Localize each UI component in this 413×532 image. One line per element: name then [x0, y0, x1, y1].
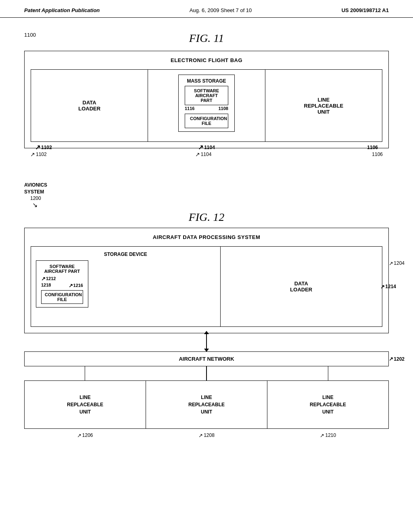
- fig11-mass-storage-ref: 1104: [204, 145, 215, 150]
- avionics-ref-block: 1200: [30, 195, 389, 201]
- fig11-config-inner-box: CONFIGURATION FILE: [185, 114, 228, 128]
- main-content: 1100 FIG. 11 ELECTRONIC FLIGHT BAG DATA …: [0, 18, 413, 451]
- fig12-network-ref: 1202: [394, 356, 405, 362]
- header-publication-label: Patent Application Publication: [24, 7, 100, 13]
- avionics-ref-num: 1200: [30, 195, 41, 201]
- lru-ref-1208-block: ↗ 1208: [146, 431, 267, 438]
- fig11-mass-storage-box: MASS STORAGE SOFTWARE AIRCRAFT PART 1116…: [178, 75, 235, 132]
- lru-ref-1206: 1206: [82, 432, 93, 438]
- fig12-ref-1216: 1216: [73, 283, 83, 288]
- arrow-connector: [24, 333, 389, 351]
- fig12-data-loader-cell: DATA LOADER ↗ 1214: [221, 246, 382, 327]
- fig12-data-loader-ref-block: ↗ 1214: [380, 283, 396, 289]
- fig11-inner-layout: DATA LOADER ↗ 1102 MASS STORAGE SOFTWARE…: [31, 69, 382, 142]
- fig11-lru-ref: 1106: [367, 145, 378, 150]
- fig12-storage-device-title: STORAGE DEVICE: [36, 251, 215, 257]
- fig12-ref-1212: 1212: [46, 276, 56, 281]
- fig11-lru-label: LINE REPLACEABLE UNIT: [304, 97, 344, 115]
- lru-cell-1206: LINE REPLACEABLE UNIT: [24, 380, 146, 429]
- fig11-lru-cell: LINE REPLACEABLE UNIT 1106: [265, 69, 382, 142]
- fig11-config-label: CONFIGURATION FILE: [190, 116, 227, 126]
- fig11-ref-1102-label: 1102: [36, 152, 47, 157]
- fig12-config-inner-box: CONFIGURATIONFILE: [41, 290, 83, 304]
- lru-cell-1208: LINE REPLACEABLE UNIT: [146, 380, 267, 429]
- fig11-ref-1108: 1108: [219, 106, 228, 111]
- fig12-storage-inner-box: SOFTWAREAIRCRAFT PART ↗ 1212 1218 ↗: [36, 260, 88, 308]
- fig12-network-ref-block: ↗ 1202: [389, 356, 405, 362]
- fig11-mass-storage-title: MASS STORAGE: [185, 78, 228, 84]
- lru-label-1206: LINE REPLACEABLE UNIT: [67, 394, 103, 416]
- fig12-data-loader-label: DATA LOADER: [290, 281, 312, 293]
- avionics-label-block: AVIONICSSYSTEM 1200 ↘: [24, 182, 389, 209]
- fig12-container: AVIONICSSYSTEM 1200 ↘ FIG. 12 AIRCRAFT D…: [24, 182, 389, 438]
- header-patent-number: US 2009/198712 A1: [342, 7, 389, 13]
- fig11-title: FIG. 11: [24, 32, 389, 45]
- fig11-outer-title: ELECTRONIC FLIGHT BAG: [31, 57, 382, 63]
- lru-label-1208: LINE REPLACEABLE UNIT: [188, 394, 225, 416]
- fig12-storage-device-cell: STORAGE DEVICE SOFTWAREAIRCRAFT PART ↗ 1…: [31, 246, 221, 327]
- fig11-ref-num: 1100: [24, 32, 36, 38]
- fig11-software-label: SOFTWARE AIRCRAFT PART: [194, 88, 219, 103]
- lru-bottom-refs: ↗ 1206 ↗ 1208 ↗ 1210: [24, 431, 389, 438]
- fig11-outer-box: ELECTRONIC FLIGHT BAG DATA LOADER ↗ 1102…: [24, 51, 389, 148]
- lru-label-1210: LINE REPLACEABLE UNIT: [310, 394, 346, 416]
- fig11-software-inner-box: SOFTWARE AIRCRAFT PART: [185, 86, 228, 105]
- lru-layout: LINE REPLACEABLE UNIT LINE REPLACEABLE U…: [24, 380, 389, 429]
- fig11-ref-1116: 1116: [185, 106, 194, 111]
- lru-cell-1210: LINE REPLACEABLE UNIT: [267, 380, 389, 429]
- vertical-arrow-line: [206, 333, 207, 349]
- fig11-ref-1106-label: 1106: [372, 152, 383, 157]
- page-header: Patent Application Publication Aug. 6, 2…: [0, 0, 413, 18]
- fig11-section: 1100 FIG. 11 ELECTRONIC FLIGHT BAG DATA …: [24, 32, 389, 158]
- network-label: AIRCRAFT NETWORK: [179, 356, 234, 362]
- lru-ref-1210: 1210: [325, 432, 336, 438]
- fig12-ref-1204: 1204: [394, 260, 405, 266]
- fig12-ref-1212-block: ↗ 1212: [41, 276, 56, 282]
- network-box: AIRCRAFT NETWORK ↗ 1202: [24, 351, 389, 366]
- fig12-config-label: CONFIGURATIONFILE: [45, 292, 82, 302]
- fig12-ref-1218: 1218: [41, 283, 51, 289]
- fig12-outer-title: AIRCRAFT DATA PROCESSING SYSTEM: [31, 234, 382, 240]
- fig11-bottom-refs: ↗ 1102 ↗ 1104 1106: [24, 150, 389, 158]
- fig12-data-loader-ref: 1214: [385, 284, 396, 289]
- fig12-top-layout: STORAGE DEVICE SOFTWAREAIRCRAFT PART ↗ 1…: [31, 246, 382, 327]
- fig11-ref-1104-label: 1104: [201, 152, 212, 157]
- avionics-label: AVIONICSSYSTEM: [24, 182, 389, 195]
- fig12-title: FIG. 12: [24, 211, 389, 224]
- lru-ref-1206-block: ↗ 1206: [24, 431, 146, 438]
- fig12-software-label: SOFTWAREAIRCRAFT PART: [41, 264, 83, 274]
- fig11-data-loader-label: DATA LOADER: [78, 100, 100, 112]
- fig12-ref-1204-block: ↗ 1204: [389, 260, 405, 266]
- avionics-system-text: AVIONICSSYSTEM: [24, 182, 47, 195]
- fig11-mass-storage-cell: MASS STORAGE SOFTWARE AIRCRAFT PART 1116…: [148, 69, 265, 142]
- network-section: AIRCRAFT NETWORK ↗ 1202: [24, 351, 389, 366]
- lru-ref-1210-block: ↗ 1210: [267, 431, 389, 438]
- fig11-data-loader-ref: 1102: [41, 145, 52, 150]
- header-date-sheet: Aug. 6, 2009 Sheet 7 of 10: [190, 7, 252, 13]
- lru-connector-area: [24, 366, 389, 380]
- fig12-outer-box: AIRCRAFT DATA PROCESSING SYSTEM STORAGE …: [24, 228, 389, 333]
- lru-ref-1208: 1208: [204, 432, 215, 438]
- fig11-data-loader-cell: DATA LOADER ↗ 1102: [31, 69, 148, 142]
